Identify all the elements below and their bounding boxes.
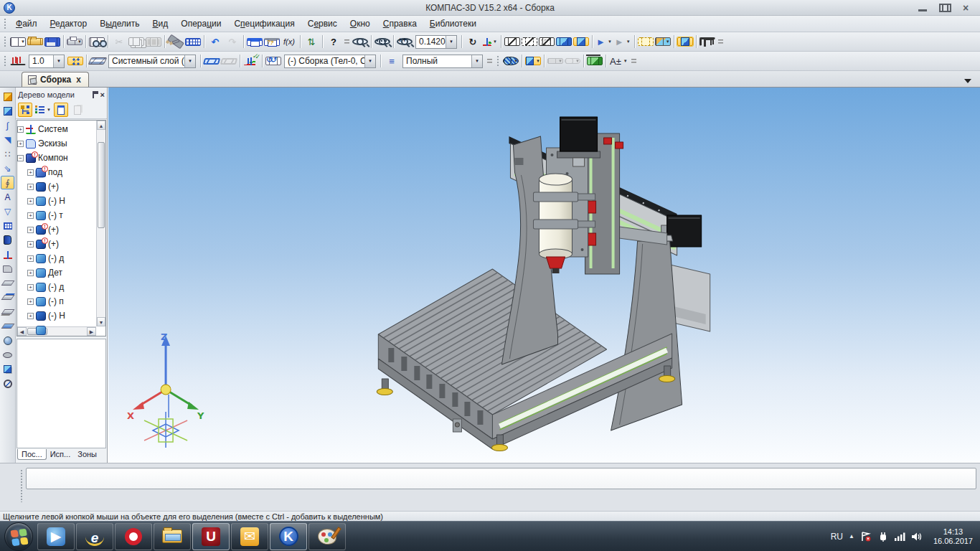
tree-expand-toggle[interactable]: +: [27, 241, 34, 248]
dropdown-arrow-icon[interactable]: ▼: [558, 59, 562, 63]
restore-button[interactable]: [938, 4, 950, 12]
menu-item[interactable]: Операции: [174, 17, 227, 31]
tray-expand-icon[interactable]: ▲: [849, 533, 854, 540]
tree-item[interactable]: + (+): [17, 179, 105, 194]
tree-item[interactable]: + ! (+): [17, 237, 105, 251]
wireframe-button[interactable]: [504, 37, 520, 46]
language-indicator[interactable]: RU: [831, 532, 843, 542]
detail-combo[interactable]: Полный▼: [402, 55, 483, 68]
rotate-button[interactable]: ↻: [465, 34, 481, 50]
scrollbar-thumb[interactable]: [98, 142, 105, 228]
auto-dimension-icon[interactable]: A: [1, 190, 14, 204]
zoom-area-button[interactable]: [374, 38, 390, 45]
simplified-display-button[interactable]: [677, 37, 693, 46]
volume-icon[interactable]: [911, 532, 923, 542]
tree-item[interactable]: + (-) т: [17, 208, 105, 222]
menu-item[interactable]: Сервис: [301, 17, 344, 31]
viewport-3d[interactable]: Z X Y: [108, 88, 980, 463]
tree-item[interactable]: − ! Компон: [17, 151, 105, 165]
zoom-scale-combo[interactable]: 0.1420▼: [415, 35, 457, 49]
menu-item[interactable]: Справка: [377, 17, 423, 31]
gauge-icon[interactable]: [1, 377, 14, 390]
dropdown-arrow-icon[interactable]: ▼: [575, 59, 580, 63]
taskbar-explorer[interactable]: [154, 523, 191, 550]
plane-icon[interactable]: [1, 276, 14, 290]
tree-tab[interactable]: Пос...: [17, 449, 47, 460]
menu-item[interactable]: Файл: [9, 17, 44, 31]
mate-icon[interactable]: ⇘: [1, 161, 14, 175]
combo-dropdown-icon[interactable]: ▼: [471, 55, 482, 67]
zoom-in-out-button[interactable]: [397, 38, 413, 45]
tree-close-icon[interactable]: ×: [100, 90, 105, 99]
pin-icon[interactable]: [93, 91, 98, 98]
shaded-edges-button[interactable]: [573, 37, 589, 46]
combo-dropdown-icon[interactable]: ▼: [53, 55, 64, 67]
block-icon[interactable]: [1, 362, 14, 376]
numbering-button[interactable]: ⇅: [303, 34, 319, 50]
scroll-up-icon[interactable]: ▲: [97, 121, 105, 130]
plane-offset-icon[interactable]: [1, 305, 14, 319]
collision-icon[interactable]: ∮: [1, 176, 14, 189]
tree-expand-toggle[interactable]: −: [17, 155, 24, 161]
dropdown-arrow-icon[interactable]: ▼: [493, 39, 497, 44]
messages-button[interactable]: [264, 38, 280, 46]
zoom-frame-button[interactable]: [352, 38, 368, 45]
new-document-button[interactable]: ▼: [10, 37, 26, 47]
copy-button[interactable]: [128, 37, 144, 46]
filter-icon[interactable]: ▽: [1, 204, 14, 218]
edit-part-icon[interactable]: [1, 90, 14, 103]
component-icon[interactable]: [1, 104, 14, 118]
tab-close-icon[interactable]: x: [75, 75, 83, 85]
menu-item[interactable]: Окно: [344, 17, 377, 31]
print-preview-button[interactable]: ▼: [89, 37, 105, 47]
taskbar-kompas[interactable]: K: [270, 523, 307, 550]
tree-expand-toggle[interactable]: +: [27, 284, 34, 291]
tree-tab[interactable]: Исп...: [47, 449, 75, 459]
scroll-down-icon[interactable]: ▼: [97, 317, 105, 326]
plane-angle-icon[interactable]: [1, 319, 14, 333]
toolbar-overflow-chevron[interactable]: [631, 55, 637, 67]
tree-item[interactable]: + (-) п: [17, 294, 105, 309]
taskbar-red-u-app[interactable]: U: [192, 523, 230, 550]
tree-expand-toggle[interactable]: +: [27, 270, 34, 276]
minimize-button[interactable]: [917, 4, 928, 12]
tree-item[interactable]: + Дет: [17, 265, 105, 280]
specification-button[interactable]: [185, 38, 201, 46]
tree-composition-button[interactable]: ▼: [34, 103, 52, 117]
orientation-button[interactable]: ▼: [482, 37, 498, 46]
snap-button[interactable]: [67, 57, 83, 65]
sphere-surface-icon[interactable]: [1, 334, 14, 347]
menu-item[interactable]: Спецификация: [227, 17, 301, 31]
shaded-button[interactable]: [556, 37, 572, 46]
menu-item[interactable]: Выделить: [93, 17, 146, 31]
taskbar-outlook[interactable]: ✉: [231, 523, 268, 550]
tree-item[interactable]: + (-) Н: [17, 194, 105, 208]
tree-expand-toggle[interactable]: +: [27, 169, 34, 176]
fx-button[interactable]: f(x): [281, 34, 297, 50]
tree-item[interactable]: + (-) Н: [17, 309, 105, 323]
plane-axis-icon[interactable]: [1, 291, 14, 304]
tree-additional-page-button[interactable]: [70, 103, 85, 117]
tree-item[interactable]: + Эскизы: [17, 136, 105, 151]
combo-dropdown-icon[interactable]: ▼: [364, 55, 375, 67]
paste-button[interactable]: [146, 37, 161, 47]
library-icon[interactable]: [1, 262, 14, 276]
dropdown-arrow-icon[interactable]: ▼: [21, 39, 25, 44]
taskbar-clock[interactable]: 14:13 16.06.2017: [929, 527, 973, 546]
tree-expand-toggle[interactable]: +: [17, 126, 24, 133]
menu-item[interactable]: Библиотеки: [423, 17, 483, 31]
tab-assembly[interactable]: Сборка x: [22, 72, 89, 87]
measure-point-icon[interactable]: [1, 248, 14, 261]
tree-expand-toggle[interactable]: +: [27, 198, 34, 204]
power-plug-icon[interactable]: [877, 532, 888, 542]
tree-item[interactable]: + (-) д: [17, 280, 105, 294]
taskbar-media-player[interactable]: ▶: [37, 523, 75, 550]
document-combo[interactable]: (-) Сборка (Тел-0, С▼: [284, 55, 376, 68]
measure-button[interactable]: [587, 57, 603, 65]
action-center-flag-icon[interactable]: [860, 532, 872, 542]
taskbar-opera[interactable]: [115, 523, 152, 550]
dropdown-arrow-icon[interactable]: ▼: [623, 59, 628, 63]
tree-expand-toggle[interactable]: +: [27, 255, 34, 262]
combo-dropdown-icon[interactable]: ▼: [446, 36, 456, 48]
normal-to-button[interactable]: [243, 57, 259, 65]
